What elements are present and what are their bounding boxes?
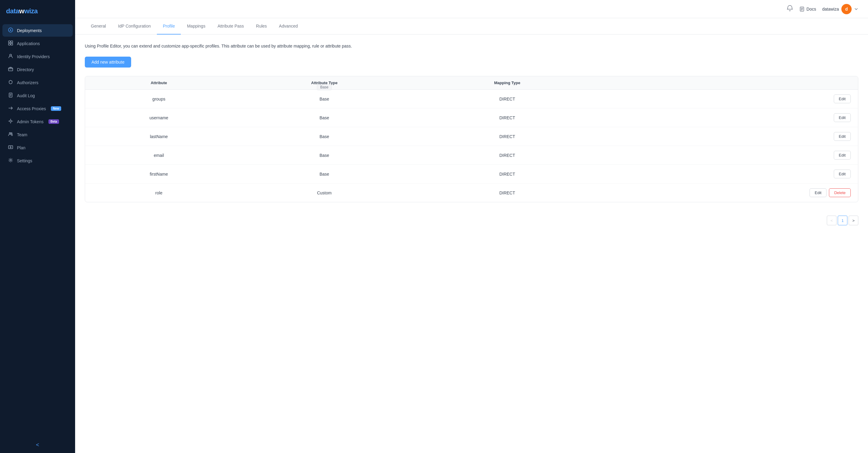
settings-icon (8, 158, 13, 163)
sidebar-item-audit-log[interactable]: Audit Log (2, 89, 73, 102)
sidebar-item-deployments[interactable]: Deployments (2, 24, 73, 37)
docs-link[interactable]: Docs (799, 6, 816, 12)
tab-general[interactable]: General (85, 18, 112, 34)
sidebar-item-label: Directory (17, 67, 34, 72)
add-attribute-button[interactable]: Add new attribute (85, 57, 131, 67)
edit-button[interactable]: Edit (810, 188, 827, 197)
sidebar-item-team[interactable]: Team (2, 128, 73, 141)
logo-part1: data (6, 7, 19, 15)
attribute-cell: email (85, 146, 232, 165)
svg-rect-2 (11, 41, 13, 43)
team-icon (8, 132, 13, 137)
sidebar-item-label: Settings (17, 158, 32, 163)
new-badge: New (51, 106, 61, 111)
sidebar-item-label: Identity Providers (17, 54, 50, 59)
mapping-type-cell: DIRECT (416, 165, 598, 184)
page-content: Using Profile Editor, you can extend and… (75, 34, 868, 453)
beta-badge: Beta (49, 119, 59, 124)
tab-mappings[interactable]: Mappings (181, 18, 211, 34)
header: Docs datawiza d (75, 0, 868, 18)
sidebar-item-plan[interactable]: Plan (2, 141, 73, 154)
table-row: roleCustomDIRECTEditDelete (85, 184, 858, 202)
edit-button[interactable]: Edit (834, 113, 851, 122)
attribute-cell: role (85, 184, 232, 202)
access-proxies-icon (8, 106, 13, 111)
user-menu[interactable]: datawiza d (822, 4, 858, 14)
edit-button[interactable]: Edit (834, 169, 851, 179)
sidebar-item-identity-providers[interactable]: Identity Providers (2, 50, 73, 63)
body-content: Using Profile Editor, you can extend and… (75, 34, 868, 211)
delete-button[interactable]: Delete (829, 188, 851, 197)
mapping-type-cell: DIRECT (416, 90, 598, 108)
sidebar: datawwiza Deployments Applications Ident… (0, 0, 75, 453)
svg-point-9 (9, 133, 11, 134)
sidebar-item-admin-tokens[interactable]: Admin Tokens Beta (2, 116, 73, 128)
directory-icon (8, 67, 13, 72)
page-description: Using Profile Editor, you can extend and… (85, 43, 858, 50)
table-row: emailBaseDIRECTEdit (85, 146, 858, 165)
prev-page-button[interactable]: < (827, 216, 837, 225)
mapping-type-cell: DIRECT (416, 146, 598, 165)
attribute-type-cell: Base (232, 146, 416, 165)
table-row: firstNameBaseDIRECTEdit (85, 165, 858, 184)
actions-cell: Edit (598, 165, 858, 184)
sidebar-item-label: Audit Log (17, 93, 35, 98)
sidebar-item-label: Plan (17, 145, 26, 150)
attribute-type-cell: Base (232, 165, 416, 184)
svg-rect-4 (11, 43, 13, 45)
svg-rect-6 (8, 68, 13, 71)
main-content: Docs datawiza d General IdP Configuratio… (75, 0, 868, 453)
actions-cell: Edit (598, 146, 858, 165)
logo-part3: wiza (24, 7, 37, 15)
attribute-type-cell: Base (232, 127, 416, 146)
username-label: datawiza (822, 7, 839, 11)
tab-rules[interactable]: Rules (250, 18, 273, 34)
mapping-type-cell: DIRECT (416, 127, 598, 146)
page-1-button[interactable]: 1 (838, 216, 847, 225)
attribute-cell: groups (85, 90, 232, 108)
authorizers-icon (8, 79, 13, 86)
attribute-type-cell: Custom (232, 184, 416, 202)
sidebar-item-authorizers[interactable]: Authorizers (2, 76, 73, 89)
audit-log-icon (8, 93, 13, 98)
tab-advanced[interactable]: Advanced (273, 18, 304, 34)
tab-attribute-pass[interactable]: Attribute Pass (211, 18, 250, 34)
svg-rect-3 (8, 43, 10, 45)
svg-point-8 (10, 120, 11, 122)
user-avatar: d (841, 4, 851, 14)
edit-button[interactable]: Edit (834, 95, 851, 103)
attribute-type-cell: BaseBase (232, 90, 416, 108)
attribute-type-cell: Base (232, 108, 416, 127)
plan-icon (8, 145, 13, 151)
tab-idp-config[interactable]: IdP Configuration (112, 18, 157, 34)
attribute-cell: username (85, 108, 232, 127)
next-page-button[interactable]: > (848, 216, 858, 225)
admin-tokens-icon (8, 119, 13, 125)
mapping-type-cell: DIRECT (416, 108, 598, 127)
sidebar-item-label: Deployments (17, 28, 42, 33)
deployments-icon (8, 28, 13, 33)
logo: datawwiza (0, 0, 75, 21)
table-row: groupsBaseBaseDIRECTEdit (85, 90, 858, 108)
sidebar-item-directory[interactable]: Directory (2, 63, 73, 76)
docs-label: Docs (807, 7, 816, 11)
sidebar-item-access-proxies[interactable]: Access Proxies New (2, 102, 73, 115)
sidebar-item-applications[interactable]: Applications (2, 37, 73, 50)
tab-profile[interactable]: Profile (157, 18, 181, 34)
attributes-table: Attribute Attribute Type Mapping Type gr… (85, 76, 858, 202)
mapping-type-cell: DIRECT (416, 184, 598, 202)
sidebar-collapse-button[interactable]: < (0, 437, 75, 453)
edit-button[interactable]: Edit (834, 132, 851, 141)
notification-icon[interactable] (786, 5, 793, 13)
sidebar-item-label: Access Proxies (17, 106, 46, 111)
attribute-cell: lastName (85, 127, 232, 146)
sidebar-item-settings[interactable]: Settings (2, 155, 73, 167)
sidebar-item-label: Applications (17, 41, 40, 46)
actions-cell: Edit (598, 90, 858, 108)
logo-part2: w (19, 7, 24, 15)
edit-button[interactable]: Edit (834, 151, 851, 160)
actions-cell: Edit (598, 108, 858, 127)
applications-icon (8, 40, 13, 46)
col-actions (598, 76, 858, 90)
table-row: lastNameBaseDIRECTEdit (85, 127, 858, 146)
